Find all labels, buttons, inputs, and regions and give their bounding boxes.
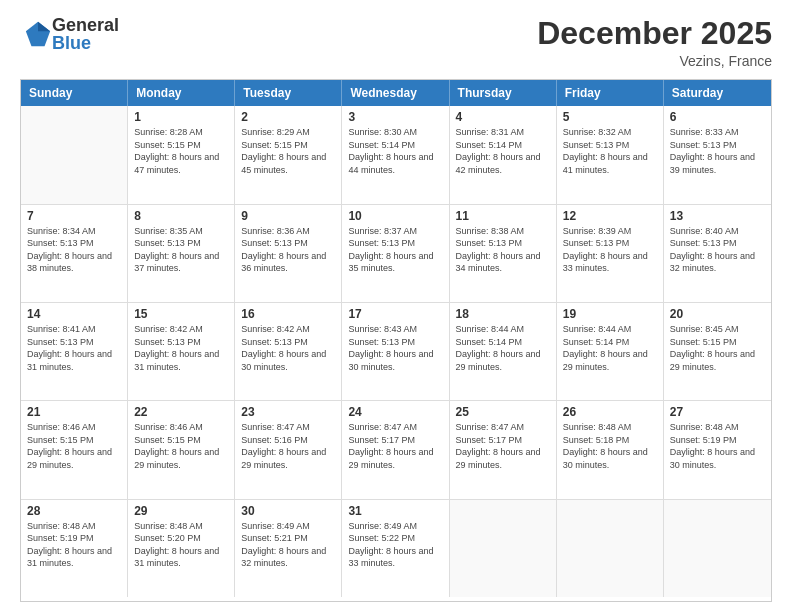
day-number: 25 [456,405,550,419]
cell-info: Sunrise: 8:48 AMSunset: 5:20 PMDaylight:… [134,520,228,570]
cell-info: Sunrise: 8:47 AMSunset: 5:16 PMDaylight:… [241,421,335,471]
cell-info: Sunrise: 8:36 AMSunset: 5:13 PMDaylight:… [241,225,335,275]
logo-general-text: General [52,16,119,34]
calendar: SundayMondayTuesdayWednesdayThursdayFrid… [20,79,772,602]
calendar-header-cell: Wednesday [342,80,449,106]
month-title: December 2025 [537,16,772,51]
logo-blue-text: Blue [52,34,119,52]
calendar-cell: 12Sunrise: 8:39 AMSunset: 5:13 PMDayligh… [557,205,664,302]
cell-info: Sunrise: 8:48 AMSunset: 5:19 PMDaylight:… [27,520,121,570]
day-number: 28 [27,504,121,518]
day-number: 4 [456,110,550,124]
cell-info: Sunrise: 8:28 AMSunset: 5:15 PMDaylight:… [134,126,228,176]
day-number: 7 [27,209,121,223]
cell-info: Sunrise: 8:42 AMSunset: 5:13 PMDaylight:… [241,323,335,373]
calendar-cell: 4Sunrise: 8:31 AMSunset: 5:14 PMDaylight… [450,106,557,203]
day-number: 1 [134,110,228,124]
cell-info: Sunrise: 8:48 AMSunset: 5:19 PMDaylight:… [670,421,765,471]
calendar-cell: 16Sunrise: 8:42 AMSunset: 5:13 PMDayligh… [235,303,342,400]
day-number: 15 [134,307,228,321]
calendar-body: 1Sunrise: 8:28 AMSunset: 5:15 PMDaylight… [21,106,771,597]
calendar-cell: 22Sunrise: 8:46 AMSunset: 5:15 PMDayligh… [128,401,235,498]
day-number: 17 [348,307,442,321]
day-number: 20 [670,307,765,321]
cell-info: Sunrise: 8:42 AMSunset: 5:13 PMDaylight:… [134,323,228,373]
calendar-cell: 23Sunrise: 8:47 AMSunset: 5:16 PMDayligh… [235,401,342,498]
day-number: 24 [348,405,442,419]
cell-info: Sunrise: 8:44 AMSunset: 5:14 PMDaylight:… [456,323,550,373]
logo-text: General Blue [52,16,119,52]
calendar-row: 28Sunrise: 8:48 AMSunset: 5:19 PMDayligh… [21,500,771,597]
calendar-cell: 10Sunrise: 8:37 AMSunset: 5:13 PMDayligh… [342,205,449,302]
day-number: 30 [241,504,335,518]
cell-info: Sunrise: 8:49 AMSunset: 5:21 PMDaylight:… [241,520,335,570]
calendar-cell [664,500,771,597]
calendar-cell: 14Sunrise: 8:41 AMSunset: 5:13 PMDayligh… [21,303,128,400]
cell-info: Sunrise: 8:31 AMSunset: 5:14 PMDaylight:… [456,126,550,176]
cell-info: Sunrise: 8:45 AMSunset: 5:15 PMDaylight:… [670,323,765,373]
calendar-cell: 27Sunrise: 8:48 AMSunset: 5:19 PMDayligh… [664,401,771,498]
title-section: December 2025 Vezins, France [537,16,772,69]
logo: General Blue [20,16,119,52]
calendar-row: 1Sunrise: 8:28 AMSunset: 5:15 PMDaylight… [21,106,771,204]
cell-info: Sunrise: 8:38 AMSunset: 5:13 PMDaylight:… [456,225,550,275]
cell-info: Sunrise: 8:40 AMSunset: 5:13 PMDaylight:… [670,225,765,275]
calendar-cell: 15Sunrise: 8:42 AMSunset: 5:13 PMDayligh… [128,303,235,400]
calendar-cell: 6Sunrise: 8:33 AMSunset: 5:13 PMDaylight… [664,106,771,203]
calendar-header-cell: Thursday [450,80,557,106]
day-number: 27 [670,405,765,419]
calendar-header-cell: Sunday [21,80,128,106]
calendar-cell: 18Sunrise: 8:44 AMSunset: 5:14 PMDayligh… [450,303,557,400]
calendar-cell: 5Sunrise: 8:32 AMSunset: 5:13 PMDaylight… [557,106,664,203]
calendar-cell [557,500,664,597]
day-number: 5 [563,110,657,124]
calendar-cell: 8Sunrise: 8:35 AMSunset: 5:13 PMDaylight… [128,205,235,302]
calendar-cell: 25Sunrise: 8:47 AMSunset: 5:17 PMDayligh… [450,401,557,498]
cell-info: Sunrise: 8:48 AMSunset: 5:18 PMDaylight:… [563,421,657,471]
calendar-cell: 3Sunrise: 8:30 AMSunset: 5:14 PMDaylight… [342,106,449,203]
day-number: 26 [563,405,657,419]
calendar-cell: 17Sunrise: 8:43 AMSunset: 5:13 PMDayligh… [342,303,449,400]
cell-info: Sunrise: 8:46 AMSunset: 5:15 PMDaylight:… [134,421,228,471]
calendar-header-cell: Saturday [664,80,771,106]
cell-info: Sunrise: 8:29 AMSunset: 5:15 PMDaylight:… [241,126,335,176]
calendar-header-cell: Friday [557,80,664,106]
cell-info: Sunrise: 8:35 AMSunset: 5:13 PMDaylight:… [134,225,228,275]
calendar-cell: 20Sunrise: 8:45 AMSunset: 5:15 PMDayligh… [664,303,771,400]
calendar-header: SundayMondayTuesdayWednesdayThursdayFrid… [21,80,771,106]
svg-marker-1 [38,22,50,31]
calendar-cell: 29Sunrise: 8:48 AMSunset: 5:20 PMDayligh… [128,500,235,597]
day-number: 8 [134,209,228,223]
cell-info: Sunrise: 8:46 AMSunset: 5:15 PMDaylight:… [27,421,121,471]
calendar-cell: 24Sunrise: 8:47 AMSunset: 5:17 PMDayligh… [342,401,449,498]
cell-info: Sunrise: 8:47 AMSunset: 5:17 PMDaylight:… [456,421,550,471]
calendar-cell: 21Sunrise: 8:46 AMSunset: 5:15 PMDayligh… [21,401,128,498]
calendar-cell: 2Sunrise: 8:29 AMSunset: 5:15 PMDaylight… [235,106,342,203]
calendar-row: 7Sunrise: 8:34 AMSunset: 5:13 PMDaylight… [21,205,771,303]
day-number: 22 [134,405,228,419]
calendar-cell: 31Sunrise: 8:49 AMSunset: 5:22 PMDayligh… [342,500,449,597]
calendar-cell: 30Sunrise: 8:49 AMSunset: 5:21 PMDayligh… [235,500,342,597]
logo-icon [24,20,52,48]
calendar-cell: 7Sunrise: 8:34 AMSunset: 5:13 PMDaylight… [21,205,128,302]
cell-info: Sunrise: 8:34 AMSunset: 5:13 PMDaylight:… [27,225,121,275]
day-number: 21 [27,405,121,419]
cell-info: Sunrise: 8:33 AMSunset: 5:13 PMDaylight:… [670,126,765,176]
calendar-cell: 9Sunrise: 8:36 AMSunset: 5:13 PMDaylight… [235,205,342,302]
cell-info: Sunrise: 8:43 AMSunset: 5:13 PMDaylight:… [348,323,442,373]
day-number: 31 [348,504,442,518]
cell-info: Sunrise: 8:47 AMSunset: 5:17 PMDaylight:… [348,421,442,471]
day-number: 11 [456,209,550,223]
calendar-row: 14Sunrise: 8:41 AMSunset: 5:13 PMDayligh… [21,303,771,401]
cell-info: Sunrise: 8:49 AMSunset: 5:22 PMDaylight:… [348,520,442,570]
calendar-cell: 26Sunrise: 8:48 AMSunset: 5:18 PMDayligh… [557,401,664,498]
cell-info: Sunrise: 8:41 AMSunset: 5:13 PMDaylight:… [27,323,121,373]
day-number: 14 [27,307,121,321]
calendar-header-cell: Tuesday [235,80,342,106]
day-number: 19 [563,307,657,321]
cell-info: Sunrise: 8:44 AMSunset: 5:14 PMDaylight:… [563,323,657,373]
location: Vezins, France [537,53,772,69]
cell-info: Sunrise: 8:37 AMSunset: 5:13 PMDaylight:… [348,225,442,275]
cell-info: Sunrise: 8:39 AMSunset: 5:13 PMDaylight:… [563,225,657,275]
cell-info: Sunrise: 8:32 AMSunset: 5:13 PMDaylight:… [563,126,657,176]
